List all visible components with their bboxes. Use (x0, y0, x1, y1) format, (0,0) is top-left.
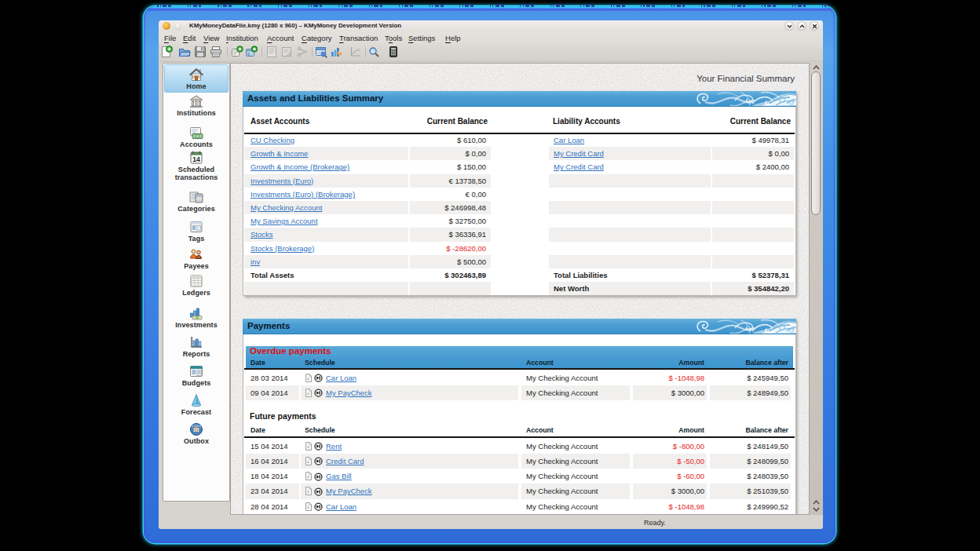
svg-text:14: 14 (192, 155, 200, 163)
